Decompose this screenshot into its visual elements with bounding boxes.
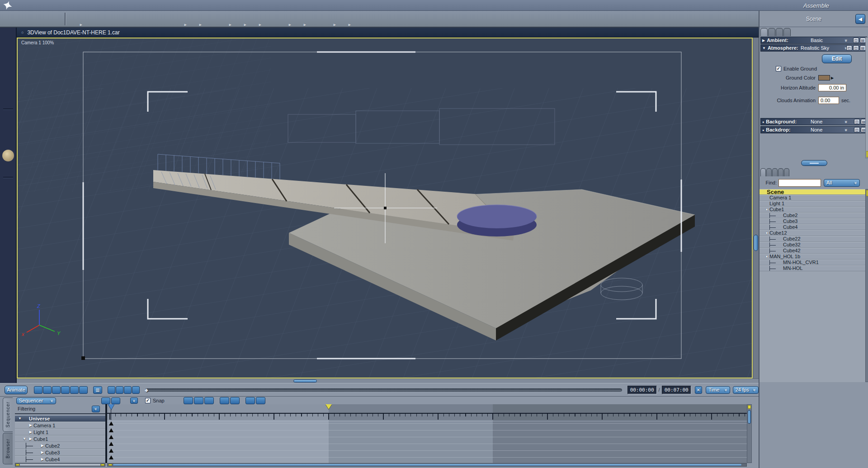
save-preset-icon[interactable]: ◫	[853, 45, 859, 51]
keyframe-cube4[interactable]	[109, 455, 113, 459]
sequencer-vertical-scrollbar[interactable]	[747, 404, 752, 463]
atmosphere-value[interactable]: Realistic Sky	[801, 45, 829, 51]
track-arrow-icon[interactable]: ▶	[39, 444, 45, 448]
tab-interface[interactable]	[768, 28, 775, 36]
seq-item-universe[interactable]: ▼ Universe	[15, 415, 105, 422]
tree-item-cube12[interactable]: ▼ Cube12	[760, 230, 865, 236]
tab-clips[interactable]	[784, 168, 789, 176]
backdrop-value[interactable]: None	[811, 127, 822, 132]
edit-sky-button[interactable]: Edit	[822, 54, 852, 63]
snap-checkbox[interactable]: ✓	[145, 398, 151, 403]
terrain-icon[interactable]	[172, 12, 187, 26]
track-arrow-icon[interactable]: ▶	[28, 437, 33, 441]
lasso-tool-icon[interactable]	[33, 12, 47, 26]
browser-tab[interactable]: Browser	[3, 433, 13, 464]
spline-wrench-icon[interactable]	[3, 12, 18, 26]
tween-smooth-in-button[interactable]	[230, 397, 240, 404]
tab-instance[interactable]	[760, 168, 766, 176]
metaball-icon[interactable]	[113, 12, 127, 26]
fps-dropdown[interactable]: 24 fps »	[733, 386, 759, 394]
timeline-tracks[interactable]	[107, 420, 747, 463]
viewport-horizontal-scroll-thumb[interactable]	[293, 379, 317, 383]
hierarchy-scroll-thumb[interactable]	[866, 190, 868, 196]
fast-forward-button[interactable]	[70, 386, 79, 394]
tool-divider[interactable]	[3, 109, 13, 109]
cloud-icon[interactable]	[202, 12, 217, 26]
translate-ring-tool-icon[interactable]	[1, 137, 15, 149]
tab-shaders[interactable]	[772, 168, 778, 176]
viewport-vertical-scrollbar[interactable]	[753, 38, 759, 378]
universal-move-tool-icon[interactable]	[2, 150, 14, 161]
tab-effects[interactable]	[760, 28, 768, 36]
seq-item-camera1[interactable]: ▶ Camera 1	[15, 422, 105, 429]
collapse-panel-button[interactable]: ◀	[855, 14, 865, 24]
scroll-cap[interactable]	[16, 464, 19, 466]
fire-icon[interactable]	[217, 12, 232, 26]
go-end-button[interactable]	[79, 386, 88, 394]
ambient-section-header[interactable]: ▶ Ambient: Basic » ◫ ▤	[760, 37, 867, 44]
trackball-rotate-icon[interactable]	[1, 68, 15, 80]
save-preset-icon[interactable]: ◫	[853, 38, 859, 43]
keyframe-cube2[interactable]	[109, 442, 113, 446]
keyframe-light1[interactable]	[109, 428, 113, 432]
chevron-down-icon[interactable]: »	[844, 128, 849, 131]
particles-icon[interactable]	[157, 12, 172, 26]
rewind-button[interactable]	[43, 386, 52, 394]
tree-item-cube2[interactable]: Cube2	[760, 213, 865, 218]
move-tool-icon[interactable]	[1, 30, 15, 43]
viewport-3d-canvas[interactable]: Camera 1 100%	[17, 38, 753, 378]
expand-arrow-icon[interactable]: ▼	[764, 207, 769, 213]
track-list-scrollbar[interactable]	[15, 463, 105, 467]
anything-grows-icon[interactable]	[262, 12, 277, 26]
cone-icon[interactable]	[127, 12, 142, 26]
light-icon[interactable]	[321, 12, 336, 26]
rotate-tool-icon[interactable]	[1, 56, 15, 68]
total-time-field[interactable]: 00:07:00	[662, 386, 691, 394]
keyframe-cube1[interactable]	[109, 435, 113, 439]
expand-arrow-icon[interactable]: ▼	[17, 416, 23, 421]
hand-tool-icon[interactable]	[18, 12, 33, 26]
tween-formula-button[interactable]	[245, 397, 255, 404]
panel-splitter-handle[interactable]	[801, 160, 827, 166]
tween-linear-in-button[interactable]	[220, 397, 229, 404]
next-keyframe-button[interactable]	[132, 386, 140, 394]
time-scrubber-thumb[interactable]: ◆	[145, 388, 148, 392]
chevron-down-icon[interactable]: »	[844, 39, 849, 42]
text-object-icon[interactable]	[142, 12, 157, 26]
tween-bezier-button[interactable]	[184, 397, 193, 404]
tree-item-camera1[interactable]: Camera 1	[760, 195, 865, 201]
translate-tool-icon[interactable]	[1, 112, 15, 124]
effects-scroll-thumb[interactable]	[866, 151, 868, 157]
sphere-primitive-icon[interactable]	[68, 12, 83, 26]
scroll-cap[interactable]	[748, 405, 751, 409]
working-box-icon[interactable]	[1, 162, 15, 174]
tween-linear-button[interactable]	[194, 397, 203, 404]
chevron-down-icon[interactable]: »	[844, 120, 849, 123]
save-preset-icon[interactable]: ◫	[854, 119, 860, 124]
tree-item-light1[interactable]: Light 1	[760, 201, 865, 207]
tree-item-cube42[interactable]: Cube42	[760, 248, 865, 254]
tool-divider[interactable]	[3, 177, 13, 178]
vertex-object-icon[interactable]	[98, 12, 113, 26]
find-filter-dropdown[interactable]: All »	[824, 179, 860, 187]
tree-item-scene[interactable]: Scene	[760, 189, 865, 195]
tree-item-cube4[interactable]: Cube4	[760, 224, 865, 230]
toolbar-divider[interactable]	[65, 13, 66, 25]
shader-icon[interactable]: ◰	[846, 45, 852, 51]
seq-item-cube4[interactable]: ▶ Cube4	[15, 456, 105, 463]
direct-select-tool-icon[interactable]	[1, 43, 15, 55]
plant-icon[interactable]	[247, 12, 262, 26]
tree-item-mn-hol[interactable]: MN-HOL	[760, 265, 865, 271]
keyframe-camera1[interactable]	[109, 421, 113, 425]
ocean-icon[interactable]	[277, 12, 292, 26]
seq-item-light1[interactable]: ▶ Light 1	[15, 429, 105, 435]
spline-object-icon[interactable]	[83, 12, 98, 26]
track-arrow-icon[interactable]: ▶	[28, 423, 33, 427]
rock-icon[interactable]	[232, 12, 247, 26]
background-section-header[interactable]: ● Background: None » ◫ ▤	[760, 118, 868, 125]
bone-icon[interactable]	[351, 12, 366, 26]
target-icon[interactable]	[336, 12, 351, 26]
scroll-cap[interactable]	[101, 464, 104, 466]
keyframe-mode-button[interactable]	[111, 397, 120, 404]
filtering-options-button[interactable]: »	[92, 406, 100, 412]
